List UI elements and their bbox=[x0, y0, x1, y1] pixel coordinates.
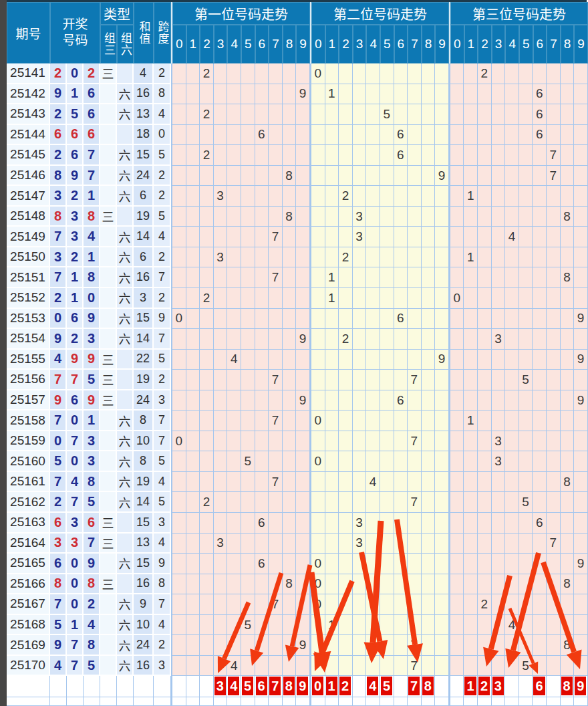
trend-cell bbox=[561, 329, 575, 350]
trend-cell bbox=[296, 350, 310, 370]
trend-cell bbox=[353, 472, 367, 493]
trend-cell bbox=[478, 84, 492, 105]
recommend-number-cell: 1 bbox=[325, 676, 339, 697]
trend-cell bbox=[380, 410, 394, 431]
trend-cell bbox=[519, 186, 533, 207]
trend-hit-cell: 1 bbox=[325, 84, 339, 105]
trend-cell bbox=[492, 594, 506, 615]
recommend-number-cell: 3 bbox=[214, 676, 228, 697]
period-cell: 25161 bbox=[7, 472, 50, 493]
trend-hit-cell: 9 bbox=[296, 635, 310, 656]
digit-column-header: 4 bbox=[366, 25, 380, 64]
trend-cell bbox=[547, 329, 561, 350]
draw-digit-cell: 1 bbox=[67, 267, 84, 288]
trend-cell bbox=[435, 492, 449, 513]
trend-cell bbox=[311, 207, 325, 227]
trend-cell bbox=[296, 594, 310, 615]
trend-cell bbox=[464, 207, 478, 227]
trend-hit-cell: 4 bbox=[505, 227, 519, 247]
trend-cell bbox=[214, 350, 228, 370]
trend-cell bbox=[172, 492, 186, 513]
trend-cell bbox=[574, 370, 588, 390]
trend-cell bbox=[422, 656, 436, 677]
trend-cell bbox=[505, 431, 519, 452]
trend-cell bbox=[296, 267, 310, 288]
type-group3-cell bbox=[100, 288, 117, 309]
trend-cell bbox=[255, 350, 269, 370]
draw-digit-cell: 7 bbox=[67, 656, 84, 677]
trend-cell bbox=[505, 145, 519, 166]
trend-cell bbox=[492, 207, 506, 227]
trend-cell bbox=[450, 472, 464, 493]
trend-cell bbox=[214, 104, 228, 125]
draw-digit-cell: 8 bbox=[50, 207, 67, 227]
trend-cell bbox=[435, 390, 449, 411]
trend-cell bbox=[408, 329, 422, 350]
section-digit-columns: 0123456789 bbox=[172, 25, 310, 64]
trend-cell bbox=[478, 656, 492, 677]
recommend-number: 1 bbox=[464, 677, 476, 695]
trend-cell bbox=[519, 472, 533, 493]
trend-cell bbox=[311, 329, 325, 350]
draw-digit-cell: 2 bbox=[67, 186, 84, 207]
trend-cell bbox=[422, 267, 436, 288]
span-cell: 2 bbox=[154, 64, 171, 84]
trend-cell bbox=[380, 227, 394, 247]
trend-cell bbox=[172, 64, 186, 84]
table-row: 25164337三134337 bbox=[7, 534, 588, 554]
trend-cell bbox=[505, 104, 519, 125]
trend-cell bbox=[296, 554, 310, 574]
period-cell: 25148 bbox=[7, 207, 50, 227]
trend-cell bbox=[255, 227, 269, 247]
span-cell: 2 bbox=[154, 370, 171, 390]
draw-digit-cell: 2 bbox=[84, 64, 100, 84]
trend-cell bbox=[422, 247, 436, 268]
trend-cell bbox=[505, 370, 519, 390]
trend-cell bbox=[339, 309, 353, 330]
draw-digit-cell: 4 bbox=[67, 472, 84, 493]
draw-digit-cell: 4 bbox=[50, 350, 67, 370]
trend-cell bbox=[533, 390, 547, 411]
trend-cell bbox=[200, 656, 214, 677]
digit-column-header: 3 bbox=[353, 25, 367, 64]
trend-cell bbox=[200, 84, 214, 105]
trend-cell bbox=[450, 329, 464, 350]
trend-cell bbox=[394, 186, 408, 207]
trend-cell bbox=[269, 554, 283, 574]
recommend-number-cell: 6 bbox=[255, 676, 269, 697]
trend-cell bbox=[353, 451, 367, 472]
trend-cell bbox=[186, 656, 200, 677]
trend-cell bbox=[394, 615, 408, 636]
trend-cell bbox=[214, 615, 228, 636]
trend-cell bbox=[561, 309, 575, 330]
sum-cell: 19 bbox=[134, 472, 154, 493]
trend-cell bbox=[339, 227, 353, 247]
trend-cell bbox=[311, 267, 325, 288]
draw-digit-cell: 6 bbox=[67, 309, 84, 330]
trend-cell bbox=[241, 166, 255, 187]
tail-cell bbox=[435, 697, 449, 706]
trend-cell bbox=[241, 534, 255, 554]
trend-cell bbox=[200, 390, 214, 411]
trend-cell bbox=[296, 370, 310, 390]
trend-cell bbox=[311, 615, 325, 636]
span-cell: 7 bbox=[154, 329, 171, 350]
recommend-number: 9 bbox=[297, 677, 308, 695]
type-group6-cell bbox=[117, 64, 134, 84]
trend-cell bbox=[450, 64, 464, 84]
trend-hit-cell: 2 bbox=[339, 186, 353, 207]
trend-cell bbox=[214, 125, 228, 146]
trend-hit-cell: 9 bbox=[296, 329, 310, 350]
trend-cell bbox=[519, 574, 533, 595]
type-group3-cell bbox=[100, 594, 117, 615]
trend-cell bbox=[366, 615, 380, 636]
tail-cell bbox=[366, 697, 380, 706]
trend-cell bbox=[227, 472, 241, 493]
trend-cell bbox=[464, 104, 478, 125]
trend-cell bbox=[255, 472, 269, 493]
table-row: 25169978六242978 bbox=[7, 635, 588, 656]
trend-cell bbox=[547, 84, 561, 105]
span-cell: 5 bbox=[154, 451, 171, 472]
trend-cell bbox=[435, 145, 449, 166]
digit-column-header: 0 bbox=[172, 25, 186, 64]
